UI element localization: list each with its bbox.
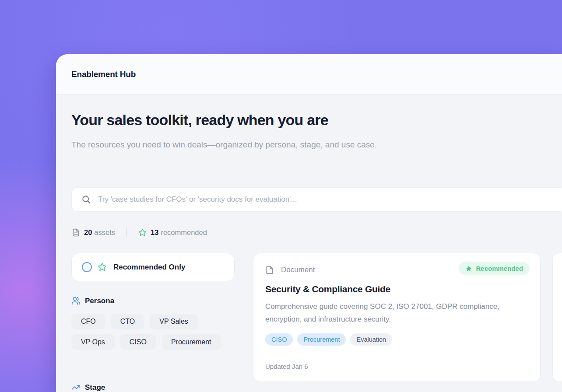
asset-card-security-compliance-guide[interactable]: Document Recommended Security & Complian… [253,253,541,382]
assets-file-icon [72,228,80,237]
search-input[interactable] [91,188,562,211]
recommended-only-toggle[interactable]: Recommended Only [71,253,235,281]
persona-section-header: Persona [71,296,114,305]
search-icon [81,195,91,204]
tag-ciso[interactable]: CISO [265,333,293,346]
recommended-only-label: Recommended Only [113,263,185,272]
radio-circle-icon[interactable] [82,262,92,272]
search-bar[interactable] [71,187,562,212]
persona-chip-cfo[interactable]: CFO [71,314,105,329]
star-icon [98,262,107,272]
recommended-label: recommended [161,228,207,237]
page-title: Your sales toolkit, ready when you are [71,112,328,129]
persona-chip-cto[interactable]: CTO [111,314,144,329]
sidebar-divider [71,369,235,369]
enablement-hub-panel: Enablement Hub Your sales toolkit, ready… [56,54,562,392]
recommended-star-icon [138,228,147,237]
card-description: Comprehensive guide covering SOC 2, ISO … [265,300,528,326]
trending-up-icon [71,383,81,392]
card-title: Security & Compliance Guide [265,284,528,294]
users-icon [71,296,81,305]
stage-section-title: Stage [85,383,105,392]
persona-chip-ciso[interactable]: CISO [120,334,156,350]
persona-section-title: Persona [85,297,114,305]
page-subtitle: The resources you need to win deals—orga… [71,136,430,153]
recommended-badge-label: Recommended [476,265,523,272]
persona-chip-procurement[interactable]: Procurement [162,334,221,350]
page-background: Enablement Hub Your sales toolkit, ready… [0,0,562,392]
recommended-count: 13 [151,228,158,237]
card-footer-divider [265,356,528,356]
assets-label: assets [94,228,115,237]
recommended-badge: Recommended [459,262,530,275]
partially-visible-card[interactable] [552,253,562,382]
card-updated-label: Updated Jan 6 [265,363,528,370]
app-title: Enablement Hub [71,70,136,79]
star-filled-icon [465,265,472,272]
tag-evaluation[interactable]: Evaluation [350,333,392,346]
panel-header: Enablement Hub [56,54,562,94]
stats-row: 20 assets 13 recommended [72,227,207,238]
persona-chip-vp-ops[interactable]: VP Ops [71,334,115,350]
card-type-label: Document [281,266,315,274]
tag-procurement[interactable]: Procurement [297,333,346,346]
assets-count: 20 [84,228,92,237]
persona-chip-vp-sales[interactable]: VP Sales [150,314,198,329]
stage-section-header: Stage [71,383,105,392]
document-icon [265,265,274,275]
persona-chips: CFO CTO VP Sales VP Ops CISO Procurement [71,314,238,350]
card-tags: CISO Procurement Evaluation [265,333,528,346]
stats-divider [126,228,127,237]
